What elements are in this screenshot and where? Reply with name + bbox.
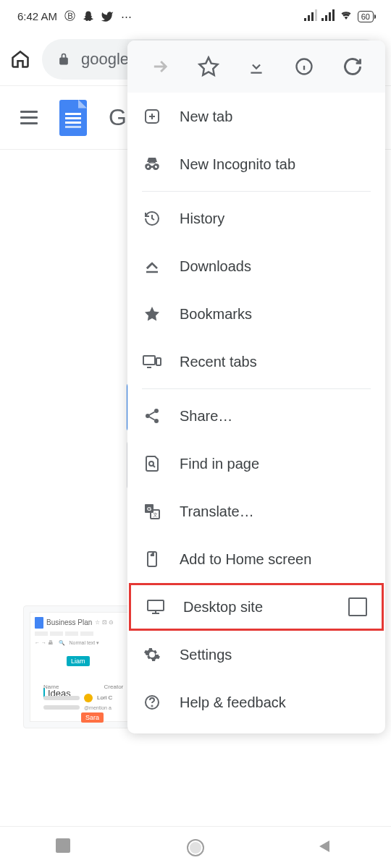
svg-rect-6	[329, 12, 331, 21]
svg-line-23	[150, 412, 155, 415]
battery-icon: 60	[358, 11, 374, 22]
google-logo-text: G	[109, 104, 127, 131]
lock-icon	[56, 52, 71, 67]
info-button[interactable]	[288, 51, 320, 82]
download-button[interactable]	[240, 51, 272, 82]
svg-point-21	[146, 414, 150, 418]
svg-point-36	[152, 706, 153, 707]
svg-rect-0	[304, 18, 306, 21]
svg-rect-17	[143, 356, 155, 365]
share-icon	[142, 406, 162, 426]
browser-menu: New tab New Incognito tab History Downlo…	[127, 41, 385, 733]
reload-button[interactable]	[337, 51, 369, 82]
svg-rect-1	[308, 15, 310, 21]
menu-label: Downloads	[180, 258, 251, 275]
svg-text:G: G	[147, 506, 151, 512]
menu-label: Desktop site	[183, 599, 263, 616]
status-time: 6:42 AM	[17, 10, 57, 22]
signal-icon	[304, 9, 317, 23]
nav-recent[interactable]	[56, 838, 75, 857]
mockup-title: Business Plan	[46, 618, 92, 626]
svg-line-26	[153, 465, 155, 467]
menu-help[interactable]: Help & feedback	[127, 678, 385, 726]
menu-label: Translate…	[180, 503, 254, 520]
signal-icon-2	[321, 9, 335, 23]
menu-recent-tabs[interactable]: Recent tabs	[127, 338, 385, 386]
menu-label: Find in page	[180, 456, 259, 472]
menu-label: Add to Home screen	[180, 551, 311, 568]
svg-point-14	[146, 165, 151, 169]
mockup-chip-liam: Liam	[67, 656, 90, 666]
menu-label: History	[180, 210, 224, 227]
menu-find[interactable]: Find in page	[127, 440, 385, 488]
snapchat-icon	[82, 10, 95, 23]
menu-bookmarks[interactable]: Bookmarks	[127, 290, 385, 338]
menu-label: New tab	[180, 109, 232, 125]
menu-label: New Incognito tab	[180, 156, 295, 173]
docs-logo-icon	[59, 100, 87, 136]
svg-line-24	[150, 417, 155, 420]
forward-button[interactable]	[144, 51, 176, 82]
svg-rect-4	[321, 18, 324, 21]
menu-settings[interactable]: Settings	[127, 631, 385, 678]
find-icon	[142, 454, 162, 474]
incognito-icon	[142, 154, 162, 174]
status-icon-b: Ⓑ	[63, 10, 76, 23]
menu-label: Share…	[180, 408, 232, 425]
menu-history[interactable]: History	[127, 195, 385, 242]
menu-downloads[interactable]: Downloads	[127, 242, 385, 290]
recent-tabs-icon	[142, 352, 162, 372]
menu-incognito[interactable]: New Incognito tab	[127, 140, 385, 188]
nav-home[interactable]	[186, 838, 205, 857]
svg-rect-32	[148, 600, 164, 610]
home-button[interactable]	[7, 46, 33, 72]
svg-point-15	[154, 165, 158, 169]
svg-point-20	[154, 409, 159, 413]
menu-label: Recent tabs	[180, 354, 257, 370]
status-bar: 6:42 AM Ⓑ ⋯ 60	[0, 0, 391, 33]
svg-rect-19	[156, 358, 161, 365]
menu-toolbar	[127, 41, 385, 93]
svg-rect-5	[325, 15, 327, 21]
menu-label: Bookmarks	[180, 306, 252, 323]
hamburger-menu[interactable]	[20, 111, 38, 124]
history-icon	[142, 208, 162, 229]
svg-rect-2	[311, 12, 314, 21]
menu-label: Settings	[180, 647, 232, 663]
bookmark-button[interactable]	[193, 51, 224, 82]
svg-rect-3	[315, 9, 317, 21]
svg-point-22	[154, 419, 159, 423]
svg-text:文: 文	[153, 512, 158, 517]
desktop-checkbox[interactable]	[348, 597, 367, 616]
menu-add-home[interactable]: Add to Home screen	[127, 535, 385, 583]
menu-new-tab[interactable]: New tab	[127, 93, 385, 140]
url-text: google	[81, 50, 129, 69]
mockup-chip-sara: Sara	[81, 712, 104, 723]
svg-rect-7	[332, 9, 335, 21]
twitter-icon	[101, 10, 114, 23]
downloads-icon	[142, 256, 162, 276]
wifi-icon	[339, 9, 353, 23]
desktop-icon	[146, 597, 166, 617]
menu-label: Help & feedback	[180, 694, 286, 711]
menu-desktop-site[interactable]: Desktop site	[129, 583, 384, 631]
add-home-icon	[142, 549, 162, 569]
bookmarks-icon	[142, 304, 162, 324]
new-tab-icon	[142, 106, 162, 127]
nav-back[interactable]	[316, 838, 335, 857]
settings-icon	[142, 644, 162, 665]
svg-point-39	[190, 843, 201, 853]
bottom-nav	[0, 826, 391, 868]
menu-share[interactable]: Share…	[127, 392, 385, 440]
translate-icon: G文	[142, 501, 162, 522]
more-icon: ⋯	[119, 10, 133, 23]
svg-rect-37	[56, 838, 70, 853]
help-icon	[142, 692, 162, 712]
menu-translate[interactable]: G文 Translate…	[127, 488, 385, 535]
